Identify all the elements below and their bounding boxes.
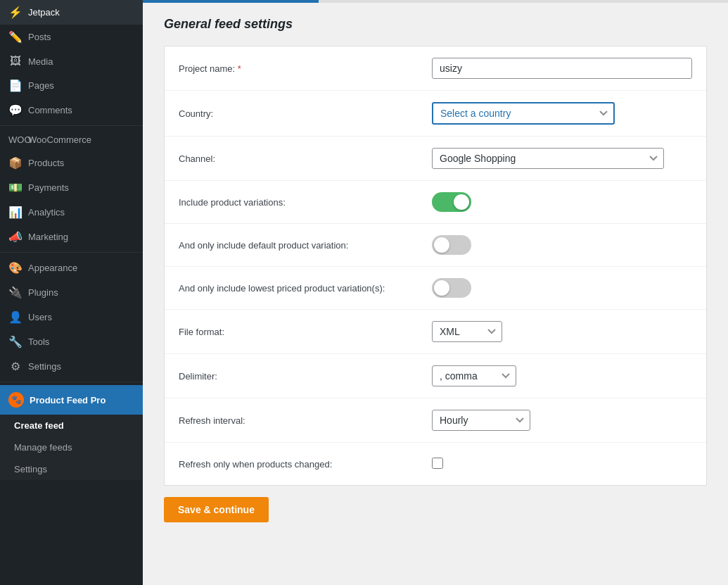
- plugin-header[interactable]: 🐾 Product Feed Pro: [0, 385, 143, 415]
- save-continue-button[interactable]: Save & continue: [164, 497, 269, 522]
- country-label: Country:: [179, 108, 432, 119]
- lowest-priced-label: And only include lowest priced product v…: [179, 283, 432, 294]
- delimiter-label: Delimiter:: [179, 371, 432, 382]
- sidebar-item-jetpack[interactable]: ⚡ Jetpack: [0, 0, 143, 25]
- form-card: Project name: * Country: Select a countr…: [164, 46, 707, 486]
- project-name-control: [432, 58, 692, 79]
- sidebar-item-media[interactable]: 🖼 Media: [0, 49, 143, 73]
- plugin-section: 🐾 Product Feed Pro Create feed Manage fe…: [0, 385, 143, 480]
- refresh-interval-control: Hourly Daily Weekly Manual: [432, 410, 692, 431]
- settings-icon: ⚙: [8, 360, 23, 373]
- toggle-slider-lowest: [432, 278, 471, 298]
- refresh-interval-label: Refresh interval:: [179, 415, 432, 426]
- sidebar-item-label: Settings: [28, 361, 61, 372]
- plugin-name: Product Feed Pro: [30, 395, 106, 405]
- jetpack-icon: ⚡: [8, 6, 23, 19]
- file-format-row: File format: XML CSV TSV: [165, 310, 706, 354]
- refresh-changed-control: [432, 458, 692, 471]
- project-name-row: Project name: *: [165, 46, 706, 91]
- refresh-changed-label: Refresh only when products changed:: [179, 459, 432, 470]
- main-content: General feed settings Project name: * Co…: [143, 0, 728, 585]
- media-icon: 🖼: [8, 55, 23, 68]
- country-row: Country: Select a country United States …: [165, 91, 706, 137]
- sidebar-item-comments[interactable]: 💬 Comments: [0, 98, 143, 122]
- refresh-interval-row: Refresh interval: Hourly Daily Weekly Ma…: [165, 398, 706, 443]
- sidebar-item-label: Pages: [28, 80, 54, 91]
- lowest-priced-toggle[interactable]: [432, 278, 471, 298]
- lowest-priced-control: [432, 278, 692, 298]
- sidebar-item-label: Media: [28, 56, 53, 67]
- sidebar-item-tools[interactable]: 🔧 Tools: [0, 329, 143, 354]
- include-variations-row: Include product variations:: [165, 181, 706, 224]
- sidebar-item-users[interactable]: 👤 Users: [0, 305, 143, 329]
- channel-row: Channel: Google Shopping Facebook Bing P…: [165, 137, 706, 181]
- channel-control: Google Shopping Facebook Bing Pinterest: [432, 148, 692, 169]
- sidebar-item-woocommerce[interactable]: WOO WooCommerce: [0, 129, 143, 151]
- sidebar-item-settings[interactable]: ⚙ Settings: [0, 354, 143, 379]
- project-name-input[interactable]: [432, 58, 692, 79]
- tools-icon: 🔧: [8, 335, 23, 348]
- delimiter-row: Delimiter: , comma ; semicolon | pipe ta…: [165, 354, 706, 398]
- sidebar-sub-item-create-feed[interactable]: Create feed: [0, 415, 143, 436]
- file-format-label: File format:: [179, 327, 432, 337]
- file-format-control: XML CSV TSV: [432, 321, 692, 342]
- channel-select[interactable]: Google Shopping Facebook Bing Pinterest: [432, 148, 664, 169]
- sidebar-item-label: Plugins: [28, 287, 58, 298]
- sidebar-item-posts[interactable]: ✏️ Posts: [0, 25, 143, 49]
- plugin-icon: 🐾: [8, 392, 24, 408]
- sidebar-sub-item-manage-feeds[interactable]: Manage feeds: [0, 436, 143, 458]
- refresh-changed-row: Refresh only when products changed:: [165, 443, 706, 485]
- sidebar-item-label: WooCommerce: [28, 134, 91, 145]
- payments-icon: 💵: [8, 181, 23, 194]
- sidebar-item-label: Jetpack: [28, 7, 60, 18]
- sidebar-item-label: Tools: [28, 336, 49, 347]
- sidebar-item-label: Comments: [28, 105, 72, 115]
- default-variation-row: And only include default product variati…: [165, 224, 706, 267]
- comments-icon: 💬: [8, 103, 23, 117]
- delimiter-control: , comma ; semicolon | pipe tab: [432, 365, 692, 386]
- marketing-icon: 📣: [8, 230, 23, 244]
- refresh-interval-select[interactable]: Hourly Daily Weekly Manual: [432, 410, 530, 431]
- sidebar-item-label: Posts: [28, 32, 51, 42]
- lowest-priced-row: And only include lowest priced product v…: [165, 267, 706, 310]
- content-area: General feed settings Project name: * Co…: [143, 3, 728, 542]
- plugins-icon: 🔌: [8, 286, 23, 299]
- sidebar-item-marketing[interactable]: 📣 Marketing: [0, 225, 143, 249]
- users-icon: 👤: [8, 310, 23, 324]
- toggle-slider: [432, 192, 471, 212]
- refresh-changed-checkbox[interactable]: [432, 458, 443, 469]
- posts-icon: ✏️: [8, 30, 23, 44]
- sidebar-item-label: Payments: [28, 182, 69, 193]
- project-name-label: Project name: *: [179, 63, 432, 74]
- include-variations-control: [432, 192, 692, 212]
- sidebar-item-label: Users: [28, 312, 52, 322]
- default-variation-label: And only include default product variati…: [179, 240, 432, 251]
- toggle-slider-default: [432, 235, 471, 255]
- products-icon: 📦: [8, 156, 23, 170]
- pages-icon: 📄: [8, 79, 23, 92]
- include-variations-label: Include product variations:: [179, 197, 432, 208]
- sidebar-item-label: Appearance: [28, 263, 77, 273]
- sidebar-sub-item-plugin-settings[interactable]: Settings: [0, 458, 143, 480]
- default-variation-toggle[interactable]: [432, 235, 471, 255]
- analytics-icon: 📊: [8, 206, 23, 219]
- country-control: Select a country United States United Ki…: [432, 102, 692, 125]
- sidebar-item-label: Marketing: [28, 232, 68, 242]
- sidebar-item-analytics[interactable]: 📊 Analytics: [0, 200, 143, 225]
- delimiter-select[interactable]: , comma ; semicolon | pipe tab: [432, 365, 516, 386]
- sidebar-item-appearance[interactable]: 🎨 Appearance: [0, 256, 143, 280]
- appearance-icon: 🎨: [8, 261, 23, 275]
- sidebar-item-pages[interactable]: 📄 Pages: [0, 73, 143, 98]
- sidebar: ⚡ Jetpack ✏️ Posts 🖼 Media 📄 Pages 💬 Com…: [0, 0, 143, 585]
- default-variation-control: [432, 235, 692, 255]
- channel-label: Channel:: [179, 153, 432, 164]
- sidebar-item-payments[interactable]: 💵 Payments: [0, 175, 143, 200]
- sidebar-item-label: Products: [28, 158, 64, 168]
- sidebar-item-products[interactable]: 📦 Products: [0, 151, 143, 175]
- file-format-select[interactable]: XML CSV TSV: [432, 321, 502, 342]
- section-title: General feed settings: [164, 17, 707, 32]
- sidebar-item-label: Analytics: [28, 207, 65, 218]
- include-variations-toggle[interactable]: [432, 192, 471, 212]
- country-select[interactable]: Select a country United States United Ki…: [432, 102, 615, 125]
- sidebar-item-plugins[interactable]: 🔌 Plugins: [0, 280, 143, 305]
